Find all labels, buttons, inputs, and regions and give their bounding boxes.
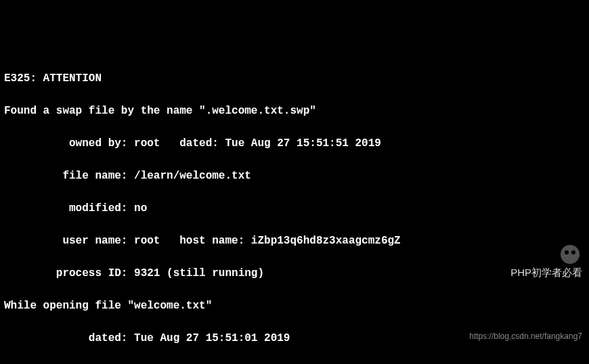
watermark-title: PHP初学者必看 [510, 267, 582, 278]
watermark: PHP初学者必看 https://blog.csdn.net/fangkang7 [469, 196, 582, 359]
vim-attention-header: E325: ATTENTION [4, 70, 585, 87]
swap-owned-by: owned by: root dated: Tue Aug 27 15:51:5… [4, 135, 585, 152]
swap-found-line: Found a swap file by the name ".welcome.… [4, 103, 585, 119]
swap-file-name: file name: /learn/welcome.txt [4, 168, 585, 184]
watermark-url: https://blog.csdn.net/fangkang7 [469, 330, 582, 342]
wechat-icon [561, 245, 580, 264]
